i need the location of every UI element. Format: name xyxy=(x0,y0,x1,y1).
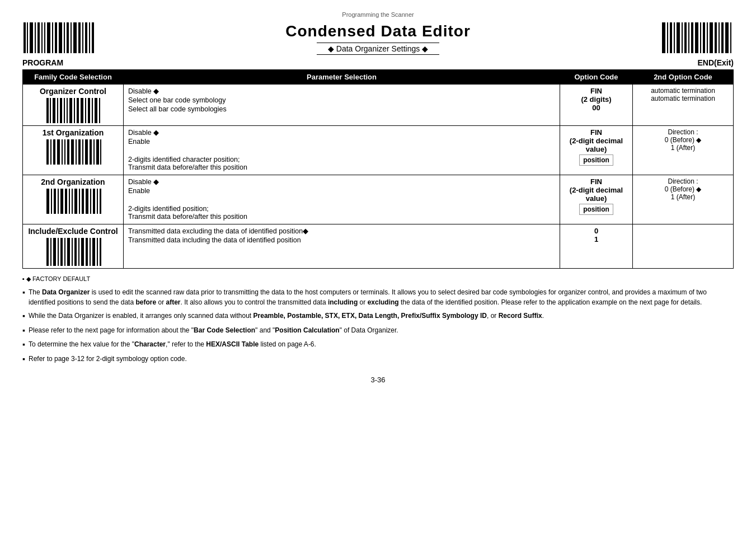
svg-rect-14 xyxy=(73,22,77,53)
svg-rect-10 xyxy=(59,22,62,53)
barcode-program xyxy=(22,22,95,55)
program-label: PROGRAM xyxy=(22,58,63,67)
param-row: Disable ◆ xyxy=(128,128,555,137)
svg-rect-89 xyxy=(53,238,56,266)
svg-rect-53 xyxy=(95,98,97,123)
bullet-icon: ▪ xyxy=(22,311,25,322)
table-header-row: Family Code Selection Parameter Selectio… xyxy=(23,70,734,85)
svg-rect-76 xyxy=(65,189,67,214)
option-fin: FIN xyxy=(565,177,628,186)
second-option-include-exclude xyxy=(633,224,734,269)
page-wrapper: Programming the Scanner xyxy=(22,11,734,384)
param-2nd-org: Disable ◆ Enable 2-digits identified pos… xyxy=(124,175,560,224)
svg-rect-60 xyxy=(64,139,65,165)
svg-rect-33 xyxy=(710,22,713,53)
svg-rect-55 xyxy=(46,139,49,165)
svg-rect-46 xyxy=(69,98,72,123)
second-option-1st-org: Direction : 0 (Before) ◆ 1 (After) xyxy=(633,126,734,175)
option-value: value) xyxy=(565,145,628,153)
svg-rect-3 xyxy=(35,22,36,53)
svg-rect-0 xyxy=(24,22,26,53)
param-row: 2-digits identified character position;T… xyxy=(128,156,555,171)
param-include-exclude: Transmitted data excluding the data of i… xyxy=(124,224,560,269)
barcode-include-exclude xyxy=(27,238,119,266)
option-2digit-dec: (2-digit decimal xyxy=(565,137,628,145)
svg-rect-15 xyxy=(78,22,81,53)
svg-rect-72 xyxy=(51,189,52,214)
svg-rect-91 xyxy=(60,238,63,266)
svg-rect-7 xyxy=(47,22,50,53)
main-title: Condensed Data Editor xyxy=(285,22,471,40)
param-row: Transmitted data excluding the data of i… xyxy=(128,227,555,235)
program-end-row: PROGRAM END(Exit) xyxy=(22,58,734,67)
svg-rect-54 xyxy=(99,98,100,123)
bullet-text-page-ref: Refer to page 3-12 for 2-digit symbology… xyxy=(29,354,187,364)
svg-rect-31 xyxy=(703,22,705,53)
svg-rect-41 xyxy=(53,98,55,123)
svg-rect-85 xyxy=(97,189,98,214)
param-1st-org: Disable ◆ Enable 2-digits identified cha… xyxy=(124,126,560,175)
svg-rect-52 xyxy=(92,98,93,123)
option-1: 1 xyxy=(565,235,628,243)
svg-rect-49 xyxy=(81,98,83,123)
option-box-position: position xyxy=(579,154,613,166)
svg-rect-97 xyxy=(81,238,84,266)
option-include-exclude: 0 1 xyxy=(560,224,633,269)
svg-rect-59 xyxy=(62,139,63,165)
option-00: 00 xyxy=(565,104,628,112)
svg-rect-4 xyxy=(37,22,40,53)
svg-rect-17 xyxy=(85,22,87,53)
main-table: Family Code Selection Parameter Selectio… xyxy=(22,69,734,269)
svg-rect-32 xyxy=(707,22,708,53)
direction-1: 1 (After) xyxy=(637,144,729,152)
family-organizer-control: Organizer Control xyxy=(23,85,124,126)
svg-rect-99 xyxy=(90,238,91,266)
svg-rect-11 xyxy=(64,22,65,53)
svg-rect-21 xyxy=(667,22,668,53)
svg-rect-44 xyxy=(64,98,65,123)
svg-rect-19 xyxy=(92,22,94,53)
col-family: Family Code Selection xyxy=(23,70,124,85)
svg-rect-80 xyxy=(79,189,80,214)
svg-rect-81 xyxy=(82,189,84,214)
svg-rect-20 xyxy=(662,22,665,53)
barcode-end-svg xyxy=(661,22,734,53)
table-row: Organizer Control xyxy=(23,85,734,126)
barcode-2nd-org xyxy=(27,189,119,214)
svg-rect-45 xyxy=(67,98,68,123)
sub-title: ◆ Data Organizer Settings ◆ xyxy=(317,43,439,55)
bullet-text-hex-ascii: To determine the hex value for the "Char… xyxy=(29,339,316,349)
bullet-icon: ▪ xyxy=(22,287,25,298)
svg-rect-51 xyxy=(88,98,90,123)
option-fin: FIN xyxy=(565,87,628,95)
svg-rect-40 xyxy=(50,98,51,123)
bullet-icon: ▪ xyxy=(22,325,25,336)
svg-rect-37 xyxy=(725,22,729,53)
svg-rect-36 xyxy=(721,22,724,53)
barcode-program-svg xyxy=(22,22,95,53)
family-name-organizer: Organizer Control xyxy=(27,87,119,96)
col-option: Option Code xyxy=(560,70,633,85)
svg-rect-102 xyxy=(100,238,101,266)
svg-rect-88 xyxy=(50,238,51,266)
top-section: Condensed Data Editor ◆ Data Organizer S… xyxy=(22,22,734,55)
option-box-position: position xyxy=(579,204,613,215)
svg-rect-82 xyxy=(86,189,88,214)
bullet-item: ▪ While the Data Organizer is enabled, i… xyxy=(22,311,734,322)
factory-default-note: ▪ ◆ FACTORY DEFAULT xyxy=(22,275,734,283)
param-row: Disable ◆ xyxy=(128,177,555,186)
param-row: Enable xyxy=(128,138,555,146)
svg-rect-38 xyxy=(730,22,731,53)
auto-term-1: automatic termination xyxy=(637,87,729,95)
param-row: Transmitted data including the data of i… xyxy=(128,236,555,244)
param-row xyxy=(128,196,555,204)
second-option-2nd-org: Direction : 0 (Before) ◆ 1 (After) xyxy=(633,175,734,224)
svg-rect-73 xyxy=(54,189,56,214)
option-fin: FIN xyxy=(565,128,628,137)
auto-term-2: automatic termination xyxy=(637,95,729,102)
svg-rect-67 xyxy=(90,139,92,165)
svg-rect-12 xyxy=(67,22,69,53)
direction-0: 0 (Before) ◆ xyxy=(637,136,729,144)
page-header: Programming the Scanner xyxy=(22,11,734,18)
svg-rect-47 xyxy=(74,98,75,123)
